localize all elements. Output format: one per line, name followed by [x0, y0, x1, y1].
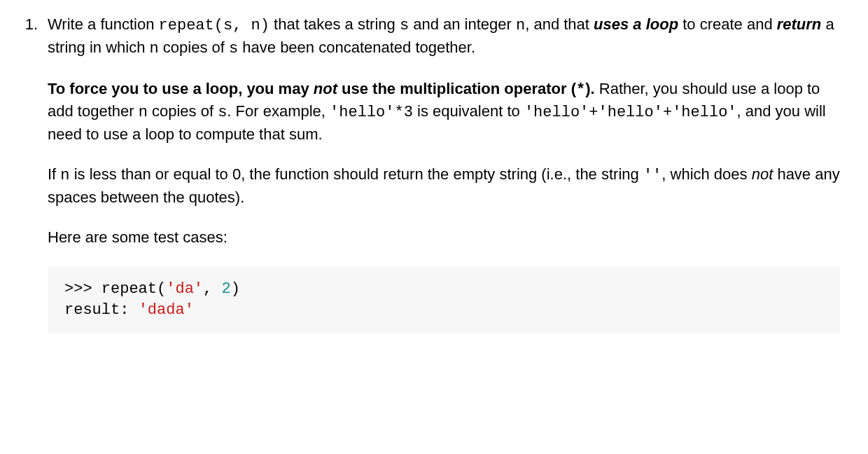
code-inline: n — [139, 104, 148, 121]
text: is equivalent to — [413, 102, 524, 120]
text: and an integer — [409, 15, 516, 33]
repl-prompt: >>> — [64, 280, 102, 298]
code-inline: '' — [643, 167, 662, 184]
text: If — [48, 165, 60, 183]
code-inline: n — [516, 17, 525, 34]
code-inline: n — [150, 40, 159, 57]
text: , which does — [662, 165, 751, 183]
bold-text: To force you to use a loop, you may — [48, 80, 314, 97]
code-inline: s — [400, 17, 409, 34]
paragraph-4: Here are some test cases: — [48, 227, 840, 249]
text: Write a function — [48, 15, 159, 33]
text: Here are some test cases: — [48, 228, 227, 246]
text: to create and — [678, 15, 777, 33]
text: . For example, — [227, 102, 330, 120]
problem-number: 1. — [14, 14, 48, 36]
text: is less than or equal to 0, the function… — [70, 165, 643, 183]
code-inline: 'hello'+'hello'+'hello' — [524, 104, 737, 121]
number-literal: 2 — [221, 280, 230, 298]
comma: , — [203, 280, 221, 298]
problem-body: Write a function repeat(s, n) that takes… — [48, 14, 840, 333]
code-inline: s — [229, 40, 238, 57]
string-literal: 'da' — [166, 280, 203, 298]
bold-text: ). — [585, 80, 594, 97]
text: , and that — [525, 15, 594, 33]
bold-code: * — [576, 81, 585, 99]
text: have been concatenated together. — [238, 39, 475, 56]
italic-text: not — [752, 165, 774, 183]
emphasis: uses a loop — [594, 15, 678, 33]
code-inline: 'hello'*3 — [330, 104, 413, 121]
paragraph-3: If n is less than or equal to 0, the fun… — [48, 164, 840, 209]
code-inline: repeat(s, n) — [159, 17, 270, 34]
paragraph-1: Write a function repeat(s, n) that takes… — [48, 14, 840, 60]
bold-italic-text: not — [314, 80, 337, 97]
text: copies of — [159, 39, 229, 56]
problem-item: 1. Write a function repeat(s, n) that ta… — [14, 14, 840, 333]
string-literal: 'dada' — [139, 301, 194, 319]
code-inline: s — [218, 104, 227, 121]
close-paren: ) — [231, 280, 240, 298]
code-inline: n — [60, 167, 69, 184]
emphasis: return — [777, 15, 822, 33]
text: that takes a string — [270, 15, 400, 33]
code-block: >>> repeat('da', 2) result: 'dada' — [48, 266, 840, 333]
bold-text: use the multiplication operator ( — [337, 80, 576, 97]
paragraph-2: To force you to use a loop, you may not … — [48, 78, 840, 146]
result-label: result: — [64, 301, 139, 319]
function-call: repeat( — [102, 280, 166, 298]
text: copies of — [148, 102, 218, 120]
